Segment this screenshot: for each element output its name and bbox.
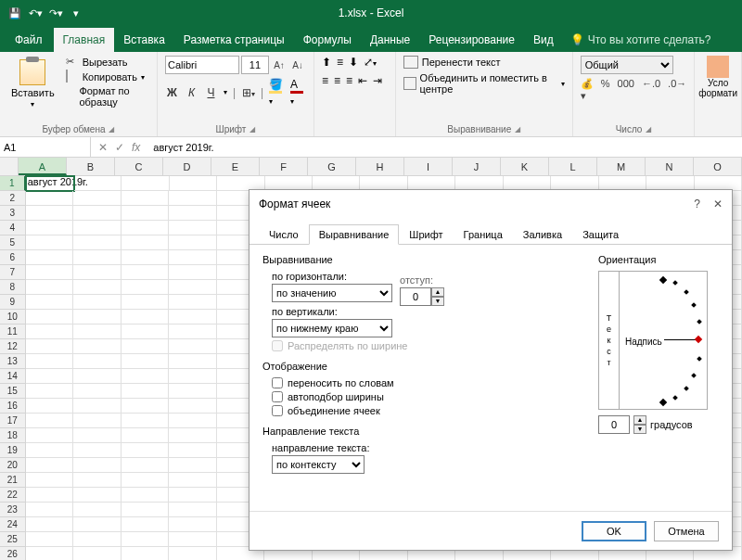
cell[interactable] [73, 339, 121, 354]
row-header[interactable]: 10 [0, 310, 26, 325]
cell[interactable] [122, 414, 169, 428]
cell[interactable] [169, 191, 216, 206]
cell[interactable] [169, 503, 216, 517]
cell[interactable] [73, 443, 121, 458]
orientation-icon[interactable]: ⤢▾ [364, 56, 377, 69]
font-size-select[interactable] [241, 56, 269, 74]
cell[interactable] [122, 295, 169, 310]
cell[interactable] [26, 295, 73, 310]
cell[interactable] [73, 503, 121, 517]
cell[interactable]: август 2019г. [26, 176, 74, 191]
decrease-decimal-icon[interactable]: .0→ [668, 78, 686, 102]
column-header[interactable]: J [453, 158, 501, 175]
align-top-icon[interactable]: ⬆ [322, 56, 331, 69]
cell[interactable] [122, 221, 169, 235]
cell[interactable] [73, 206, 121, 221]
cell[interactable] [26, 428, 73, 443]
row-header[interactable]: 20 [0, 458, 26, 473]
cell[interactable] [169, 428, 216, 443]
cell[interactable] [122, 473, 169, 488]
cell[interactable] [26, 414, 73, 428]
row-header[interactable]: 1 [0, 176, 26, 191]
column-header[interactable]: L [549, 158, 597, 175]
align-center-icon[interactable]: ≡ [334, 74, 340, 87]
cell[interactable] [122, 399, 169, 414]
cell[interactable] [73, 369, 121, 384]
ok-button[interactable]: OK [582, 521, 646, 541]
indent-up-icon[interactable]: ▲ [431, 287, 444, 297]
tab-review[interactable]: Рецензирование [419, 28, 524, 52]
currency-icon[interactable]: 💰▾ [581, 78, 594, 102]
cell[interactable] [169, 221, 216, 235]
cell[interactable] [122, 191, 169, 206]
fill-color-button[interactable]: 🪣▾ [269, 78, 285, 107]
indent-input[interactable] [400, 287, 431, 306]
cell[interactable] [122, 384, 169, 399]
percent-icon[interactable]: % [601, 78, 610, 102]
row-header[interactable]: 2 [0, 191, 26, 206]
cell[interactable] [73, 517, 121, 532]
cell[interactable] [122, 250, 169, 265]
dlg-tab-alignment[interactable]: Выравнивание [309, 224, 400, 245]
format-painter-button[interactable]: Формат по образцу [66, 85, 149, 108]
row-header[interactable]: 13 [0, 354, 26, 369]
cell[interactable] [73, 280, 121, 295]
orientation-control[interactable]: Текст Надпись [598, 271, 708, 410]
clipboard-launcher-icon[interactable]: ◢ [109, 125, 114, 134]
cell[interactable] [73, 235, 121, 250]
column-header[interactable]: A [19, 158, 67, 175]
merge-cells-checkbox[interactable]: объединение ячеек [272, 405, 580, 416]
shrink-fit-checkbox[interactable]: автоподбор ширины [272, 391, 580, 402]
cell[interactable] [169, 235, 216, 250]
cell[interactable] [169, 473, 216, 488]
cell[interactable] [122, 280, 169, 295]
cell[interactable] [169, 339, 216, 354]
formula-input[interactable]: август 2019г. [147, 142, 742, 153]
cancel-button[interactable]: Отмена [654, 521, 719, 541]
column-header[interactable]: N [646, 158, 694, 175]
tell-me-search[interactable]: 💡 Что вы хотите сделать? [563, 28, 719, 52]
underline-button[interactable]: Ч [204, 86, 218, 99]
cell[interactable] [122, 310, 169, 325]
row-header[interactable]: 11 [0, 325, 26, 339]
cell[interactable] [73, 354, 121, 369]
cell[interactable] [122, 325, 169, 339]
column-header[interactable]: G [308, 158, 356, 175]
cell[interactable] [122, 503, 169, 517]
row-header[interactable]: 12 [0, 339, 26, 354]
horizontal-align-select[interactable]: по значению [272, 284, 392, 302]
cell[interactable] [122, 369, 169, 384]
column-header[interactable]: O [694, 158, 742, 175]
cell[interactable] [73, 221, 121, 235]
cell[interactable] [122, 176, 169, 191]
font-launcher-icon[interactable]: ◢ [249, 125, 255, 134]
cell[interactable] [169, 295, 216, 310]
cell[interactable] [169, 310, 216, 325]
copy-button[interactable]: Копировать ▾ [66, 70, 149, 83]
paste-button[interactable]: Вставить ▾ [7, 56, 58, 112]
close-icon[interactable]: ✕ [713, 197, 723, 210]
decrease-font-icon[interactable]: A↓ [289, 56, 306, 74]
cell[interactable] [26, 221, 73, 235]
align-right-icon[interactable]: ≡ [346, 74, 352, 87]
cell[interactable] [26, 369, 73, 384]
row-header[interactable]: 4 [0, 221, 26, 235]
cell[interactable] [26, 265, 73, 280]
tab-view[interactable]: Вид [524, 28, 563, 52]
cell[interactable] [122, 354, 169, 369]
cell[interactable] [169, 532, 216, 547]
enter-formula-icon[interactable]: ✓ [115, 141, 124, 154]
vertical-text-button[interactable]: Текст [599, 272, 620, 409]
cell[interactable] [122, 428, 169, 443]
row-header[interactable]: 7 [0, 265, 26, 280]
column-header[interactable]: F [260, 158, 308, 175]
cell[interactable] [122, 532, 169, 547]
align-bottom-icon[interactable]: ⬇ [349, 56, 358, 69]
row-header[interactable]: 6 [0, 250, 26, 265]
cell[interactable] [73, 295, 121, 310]
column-header[interactable]: B [67, 158, 115, 175]
align-left-icon[interactable]: ≡ [322, 74, 328, 87]
row-header[interactable]: 21 [0, 473, 26, 488]
column-header[interactable]: M [597, 158, 646, 175]
cell[interactable] [73, 488, 121, 503]
